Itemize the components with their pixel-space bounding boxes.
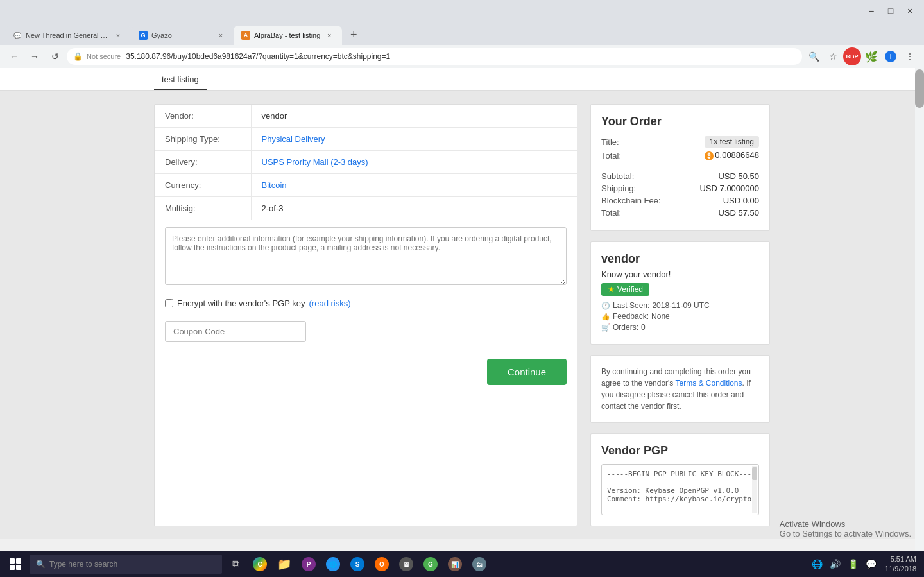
currency-label: Currency: — [155, 174, 251, 197]
coupon-code-input[interactable] — [165, 321, 306, 342]
new-tab-button[interactable]: + — [345, 26, 363, 44]
file-explorer-taskbar-icon[interactable]: 📁 — [273, 553, 295, 575]
ext-green-icon[interactable]: 🌿 — [862, 47, 880, 65]
start-button[interactable] — [4, 553, 27, 576]
forward-button[interactable]: → — [26, 47, 44, 65]
close-button[interactable]: × — [901, 2, 919, 20]
app7-icon: 🖥 — [399, 557, 413, 571]
taskbar-search[interactable]: 🔍 — [30, 555, 222, 574]
task-view-button[interactable]: ⧉ — [225, 553, 246, 575]
tabs-bar: 💬 New Thread in General Sellers M... × G… — [0, 22, 924, 45]
app6-taskbar-icon[interactable]: O — [371, 553, 393, 575]
main-layout: Vendor: vendor Shipping Type: Physical D… — [0, 91, 924, 539]
vendor-card-title: vendor — [601, 252, 759, 266]
taskbar-search-input[interactable] — [49, 560, 216, 569]
last-seen-value: 2018-11-09 UTC — [652, 301, 709, 310]
file-explorer-icon: 📁 — [277, 557, 291, 571]
omnibar: ← → ↺ 🔒 Not secure 35.180.87.96/buy/10bd… — [0, 45, 924, 68]
orders-row: 🛒 Orders: 0 — [601, 323, 759, 332]
pgp-content[interactable]: -----BEGIN PGP PUBLIC KEY BLOCK----- Ver… — [601, 464, 759, 515]
total-usd-row: Total: USD 57.50 — [601, 208, 759, 218]
shipping-row: Shipping: USD 7.0000000 — [601, 184, 759, 193]
star-icon: ★ — [608, 285, 615, 294]
currency-value: Bitcoin — [251, 174, 577, 197]
task-view-icon: ⧉ — [232, 558, 239, 570]
address-bar[interactable]: 🔒 Not secure 35.180.87.96/buy/10bded6a98… — [67, 48, 802, 65]
page-scrollbar[interactable] — [915, 68, 924, 551]
system-clock[interactable]: 5:51 AM 11/9/2018 — [881, 555, 920, 574]
app4-taskbar-icon[interactable]: 🌐 — [322, 553, 344, 575]
order-total-btc-value: ₿0.00886648 — [705, 150, 759, 160]
back-button[interactable]: ← — [5, 47, 23, 65]
shipping-type-label: Shipping Type: — [155, 128, 251, 151]
not-secure-label: Not secure — [87, 53, 121, 60]
cart-icon: 🛒 — [601, 323, 610, 332]
app8-taskbar-icon[interactable]: G — [420, 553, 441, 575]
tray-volume-icon[interactable]: 🔊 — [827, 556, 843, 572]
browser-menu-icon[interactable]: ⋮ — [901, 47, 919, 65]
encrypt-label: Encrypt with the vendor's PGP key — [177, 298, 305, 308]
read-risks-link[interactable]: (read risks) — [309, 298, 351, 308]
coupon-row — [155, 314, 577, 352]
table-row: Currency: Bitcoin — [155, 174, 577, 197]
orders-value: 0 — [641, 323, 646, 332]
pgp-line2: Version: Keybase OpenPGP v1.0.0 — [607, 487, 753, 495]
app7-taskbar-icon[interactable]: 🖥 — [395, 553, 417, 575]
delivery-label: Delivery: — [155, 151, 251, 174]
tab-gyazo[interactable]: G Gyazo × — [131, 26, 234, 45]
app5-icon: S — [350, 557, 364, 571]
page-tab-listing[interactable]: test listing — [154, 68, 207, 90]
app5-taskbar-icon[interactable]: S — [346, 553, 368, 575]
tab-favicon-2: G — [139, 31, 148, 40]
tab-close-2[interactable]: × — [216, 30, 226, 40]
additional-info-textarea[interactable] — [165, 227, 567, 285]
bookmark-icon[interactable]: ☆ — [824, 47, 842, 65]
app3-icon: P — [302, 557, 316, 571]
app10-taskbar-icon[interactable]: 🗂 — [468, 553, 490, 575]
pgp-scrollbar[interactable] — [752, 466, 757, 513]
pgp-line3: Comment: https://keybase.io/crypto — [607, 495, 753, 503]
maximize-button[interactable]: □ — [882, 2, 900, 20]
clock-icon: 🕐 — [601, 302, 610, 310]
feedback-label: Feedback: — [613, 312, 649, 321]
clock-date: 11/9/2018 — [885, 564, 916, 574]
verified-badge: ★ Verified — [601, 283, 649, 296]
tab-label-2: Gyazo — [151, 31, 172, 39]
tray-network-icon[interactable]: 🌐 — [809, 556, 825, 572]
reload-button[interactable]: ↺ — [46, 47, 64, 65]
terms-text: By continuing and completing this order … — [601, 366, 759, 412]
tab-general-sellers[interactable]: 💬 New Thread in General Sellers M... × — [5, 26, 131, 45]
pgp-title: Vendor PGP — [601, 444, 759, 458]
know-vendor-text: Know your vendor! — [601, 270, 759, 279]
tab-close-1[interactable]: × — [113, 30, 123, 40]
feedback-value: None — [651, 312, 670, 321]
encrypt-checkbox[interactable] — [165, 299, 173, 307]
ext-info-icon[interactable]: i — [882, 47, 900, 65]
tray-battery-icon[interactable]: 🔋 — [845, 556, 860, 572]
tab-alprabay[interactable]: A AlpraBay - test listing × — [234, 26, 342, 45]
ext-rbp-icon[interactable]: RBP — [843, 47, 861, 65]
omnibar-icons: 🔍 ☆ RBP 🌿 i ⋮ — [805, 47, 919, 65]
table-row: Delivery: USPS Prority Mail (2-3 days) — [155, 151, 577, 174]
subtotal-row: Subtotal: USD 50.50 — [601, 171, 759, 181]
vendor-value: vendor — [251, 105, 577, 128]
subtotal-value: USD 50.50 — [718, 171, 759, 181]
total-usd-label: Total: — [601, 208, 621, 218]
scrollbar-thumb — [915, 69, 924, 108]
app3-taskbar-icon[interactable]: P — [298, 553, 320, 575]
tab-close-3[interactable]: × — [324, 30, 334, 40]
shipping-type-value: Physical Delivery — [251, 128, 577, 151]
app9-icon: 📊 — [448, 557, 462, 571]
app9-taskbar-icon[interactable]: 📊 — [444, 553, 466, 575]
tray-action-center[interactable]: 💬 — [863, 556, 878, 572]
order-title-label: Title: — [601, 137, 619, 147]
right-panel: Your Order Title: 1x test listing Total:… — [590, 104, 770, 526]
minimize-button[interactable]: − — [862, 2, 880, 20]
chrome-taskbar-icon[interactable]: C — [249, 553, 271, 575]
app6-icon: O — [375, 557, 389, 571]
continue-button[interactable]: Continue — [487, 359, 567, 385]
shipping-value: USD 7.0000000 — [699, 184, 759, 193]
search-icon-btn[interactable]: 🔍 — [805, 47, 823, 65]
terms-link[interactable]: Terms & Conditions — [675, 379, 742, 388]
chrome-icon: C — [253, 557, 267, 571]
